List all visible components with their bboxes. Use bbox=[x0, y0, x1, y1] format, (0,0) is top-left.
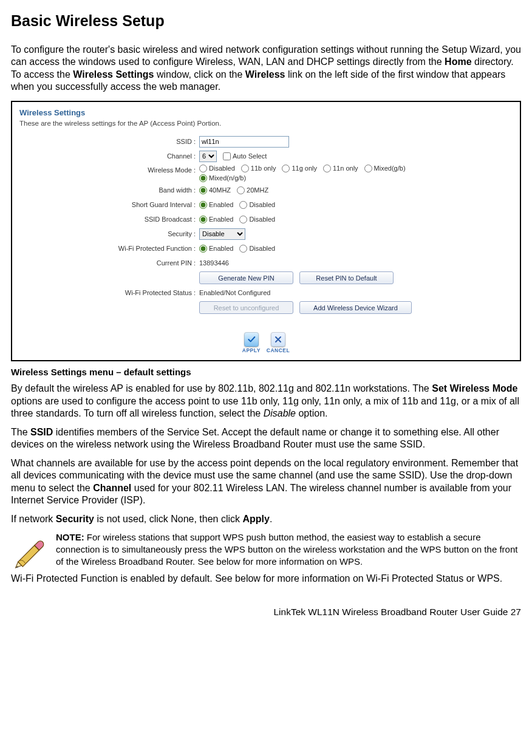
note-body: For wireless stations that support WPS p… bbox=[56, 532, 517, 567]
label-sgi: Short Guard Interval : bbox=[38, 200, 199, 209]
text-bold: Home bbox=[445, 56, 471, 67]
wmode-11n-radio[interactable] bbox=[323, 165, 331, 172]
apply-button[interactable]: APPLY bbox=[242, 332, 261, 354]
wps-status-value: Enabled/Not Configured bbox=[199, 288, 270, 297]
footer-page-number: 27 bbox=[511, 607, 521, 617]
generate-pin-button[interactable]: Generate New PIN bbox=[199, 271, 293, 284]
text: If network bbox=[11, 514, 56, 524]
wmode-mixngb-label: Mixed(n/g/b) bbox=[209, 174, 246, 182]
page-heading: Basic Wireless Setup bbox=[11, 11, 521, 30]
wireless-settings-screenshot: Wireless Settings These are the wireless… bbox=[11, 101, 521, 361]
ssidb-disabled-label: Disabled bbox=[249, 215, 275, 223]
wpf-disabled-radio[interactable] bbox=[239, 245, 247, 253]
text: is not used, click None, then click bbox=[94, 514, 243, 524]
text: By default the wireless AP is enabled fo… bbox=[11, 383, 432, 393]
text-bold: Apply bbox=[243, 514, 270, 524]
note-block: NOTE: For wireless stations that support… bbox=[11, 531, 521, 569]
wmode-mixgb-label: Mixed(g/b) bbox=[374, 164, 406, 172]
bw20-radio[interactable] bbox=[237, 186, 245, 194]
paragraph-wireless-mode: By default the wireless AP is enabled fo… bbox=[11, 383, 521, 420]
bw20-label: 20MHZ bbox=[247, 186, 268, 194]
wpf-enabled-radio[interactable] bbox=[199, 245, 207, 253]
label-wpf: Wi-Fi Protected Function : bbox=[38, 244, 199, 253]
note-text: NOTE: For wireless stations that support… bbox=[56, 531, 521, 567]
text-bold: SSID bbox=[30, 427, 53, 437]
security-select[interactable]: Disable bbox=[199, 228, 245, 240]
paragraph-wpf: Wi-Fi Protected Function is enabled by d… bbox=[11, 573, 521, 585]
paragraph-ssid: The SSID identifies members of the Servi… bbox=[11, 426, 521, 451]
wmode-disabled-label: Disabled bbox=[209, 164, 235, 172]
wmode-11g-label: 11g only bbox=[292, 164, 317, 172]
panel-title: Wireless Settings bbox=[19, 108, 513, 118]
sgi-enabled-radio[interactable] bbox=[199, 201, 207, 209]
wmode-mixgb-radio[interactable] bbox=[364, 165, 372, 172]
current-pin-value: 13893446 bbox=[199, 259, 229, 267]
label-ssid-broadcast: SSID Broadcast : bbox=[38, 215, 199, 223]
note-label: NOTE: bbox=[56, 532, 84, 542]
reset-pin-button[interactable]: Reset PIN to Default bbox=[299, 271, 394, 284]
add-wireless-device-button[interactable]: Add Wireless Device Wizard bbox=[299, 301, 412, 314]
wmode-11g-radio[interactable] bbox=[282, 165, 290, 172]
label-ssid: SSID : bbox=[38, 137, 199, 146]
paragraph-channel: What channels are available for use by t… bbox=[11, 457, 521, 507]
pencil-icon bbox=[11, 531, 49, 569]
reset-unconfigured-button: Reset to unconfigured bbox=[199, 301, 293, 314]
text: The bbox=[11, 427, 30, 437]
bw40-radio[interactable] bbox=[199, 186, 207, 194]
text-italic: Disable bbox=[264, 408, 296, 418]
close-icon bbox=[271, 332, 285, 347]
ssidb-disabled-radio[interactable] bbox=[239, 216, 247, 223]
wmode-11b-label: 11b only bbox=[251, 164, 276, 172]
auto-select-checkbox[interactable] bbox=[223, 152, 231, 160]
channel-select[interactable]: 6 bbox=[199, 151, 217, 162]
wmode-disabled-radio[interactable] bbox=[199, 165, 207, 172]
text: option. bbox=[296, 408, 327, 418]
bw40-label: 40MHZ bbox=[209, 186, 231, 194]
check-icon bbox=[244, 332, 259, 347]
auto-select-label: Auto Select bbox=[233, 152, 267, 160]
label-security: Security : bbox=[38, 230, 199, 238]
ssid-input[interactable] bbox=[199, 136, 289, 148]
text-bold: Wireless bbox=[245, 69, 285, 80]
wpf-disabled-label: Disabled bbox=[249, 244, 275, 253]
label-wps-status: Wi-Fi Protected Status : bbox=[38, 288, 199, 297]
label-wireless-mode: Wireless Mode : bbox=[38, 164, 199, 174]
label-current-pin: Current PIN : bbox=[38, 259, 199, 267]
text-bold: Set Wireless Mode bbox=[432, 383, 517, 393]
text-bold: Channel bbox=[93, 483, 131, 493]
wmode-11b-radio[interactable] bbox=[241, 165, 249, 172]
intro-paragraph: To configure the router's basic wireless… bbox=[11, 44, 521, 94]
screenshot-caption: Wireless Settings menu – default setting… bbox=[11, 366, 521, 378]
text-bold: Wireless Settings bbox=[73, 69, 154, 80]
label-bandwidth: Band width : bbox=[38, 186, 199, 194]
text-bold: Security bbox=[56, 514, 94, 524]
paragraph-security: If network Security is not used, click N… bbox=[11, 513, 521, 525]
label-channel: Channel : bbox=[38, 152, 199, 160]
footer-text: LinkTek WL11N Wireless Broadband Router … bbox=[273, 607, 508, 617]
ssidb-enabled-radio[interactable] bbox=[199, 216, 207, 223]
ssidb-enabled-label: Enabled bbox=[209, 215, 233, 223]
apply-label: APPLY bbox=[242, 347, 261, 354]
text: identifies members of the Service Set. A… bbox=[11, 427, 499, 449]
wmode-mixngb-radio[interactable] bbox=[199, 174, 207, 182]
cancel-label: CANCEL bbox=[267, 347, 290, 354]
text: window, click on the bbox=[154, 69, 245, 80]
text: . bbox=[270, 514, 272, 524]
page-footer: LinkTek WL11N Wireless Broadband Router … bbox=[11, 606, 521, 618]
cancel-button[interactable]: CANCEL bbox=[267, 332, 290, 354]
sgi-disabled-radio[interactable] bbox=[239, 201, 247, 209]
panel-subtitle: These are the wireless settings for the … bbox=[19, 119, 513, 128]
sgi-enabled-label: Enabled bbox=[209, 200, 233, 209]
sgi-disabled-label: Disabled bbox=[249, 200, 275, 209]
wmode-11n-label: 11n only bbox=[333, 164, 358, 172]
wpf-enabled-label: Enabled bbox=[209, 244, 233, 253]
